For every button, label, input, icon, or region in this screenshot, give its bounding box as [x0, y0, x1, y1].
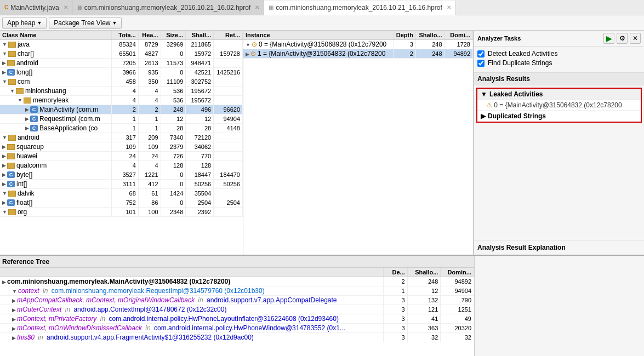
expand-arrow[interactable]: ▶ [246, 51, 249, 57]
class-table-row[interactable]: ▶qualcomm 4 4 128 128 [0, 161, 243, 170]
ref-table-row[interactable]: ▶this$0 in android.support.v4.app.Fragme… [0, 333, 474, 342]
expand-arrow[interactable]: ▼ [2, 135, 7, 140]
ret-cell: 2504 [214, 198, 243, 208]
expand-arrow[interactable]: ▼ [246, 42, 250, 48]
class-table-row[interactable]: ▶CBaseApplication (co 1 1 28 28 4148 [0, 124, 243, 133]
size-cell: 32969 [161, 40, 186, 49]
expand-arrow[interactable]: ▶ [2, 163, 6, 168]
expand-arrow[interactable]: ▶ [2, 181, 6, 187]
heap-cell: 4827 [138, 49, 161, 59]
total-cell: 7205 [112, 59, 139, 68]
class-table-row[interactable]: ▶huawei 24 24 726 770 [0, 152, 243, 161]
instance-table-row[interactable]: ▶⊙1 = {MainActivity@315064832 (0x12c7820… [243, 49, 473, 59]
class-table-row[interactable]: ▶android 7205 2613 11573 948471 [0, 59, 243, 68]
tab-main-activity-close[interactable]: ✕ [64, 4, 68, 10]
tab-hprof2-close[interactable]: ✕ [447, 4, 451, 10]
dup-expand-arrow[interactable]: ▶ [481, 112, 486, 120]
class-table-row[interactable]: ▼android 317 209 7340 72120 [0, 133, 243, 142]
expand-arrow[interactable]: ▶ [25, 125, 29, 131]
ref-class-link[interactable]: com.minionshuang.memoryleak.RequestImpl@… [52, 287, 265, 295]
ref-table-row[interactable]: ▶mContext, mOnWindowDismissedCallback in… [0, 324, 474, 333]
tab-hprof1[interactable]: ▦ com.minionshuang.memoryleak_2016.10.21… [73, 0, 265, 15]
class-name-cell: ▶huawei [0, 152, 112, 161]
ret-cell: 94904 [214, 114, 243, 124]
ref-expand-arrow[interactable]: ▶ [12, 298, 16, 303]
class-table-row[interactable]: ▶Cbyte[] 3527 1221 0 18447 184470 [0, 170, 243, 180]
instance-label-cell: ▶⊙1 = {MainActivity@315064832 (0x12c7820… [243, 49, 393, 59]
expand-arrow[interactable]: ▶ [25, 107, 29, 112]
class-table-row[interactable]: ▼memoryleak 4 4 536 195672 [0, 96, 243, 105]
expand-arrow[interactable]: ▼ [2, 209, 7, 215]
ref-expand-arrow[interactable]: ▶ [12, 335, 16, 341]
class-table-row[interactable]: ▼java 85324 8729 32969 211865 [0, 40, 243, 49]
expand-arrow[interactable]: ▶ [2, 153, 6, 159]
run-button[interactable]: ▶ [603, 33, 614, 44]
expand-arrow[interactable]: ▼ [2, 191, 7, 196]
class-table-row[interactable]: ▶CMainActivity (com.m 2 2 248 496 96620 [0, 105, 243, 114]
leaked-expand-arrow[interactable]: ▼ [481, 90, 487, 98]
ref-expand-arrow[interactable]: ▼ [12, 289, 17, 294]
right-panel: Analyzer Tasks ▶ ⚙ ✕ Detect Leaked Activ… [474, 31, 644, 255]
expand-arrow[interactable]: ▼ [2, 79, 7, 84]
class-table-row[interactable]: ▼minionshuang 4 4 536 195672 [0, 87, 243, 96]
class-name-cell: ▼com [0, 77, 112, 87]
col-domi: Domi... [444, 31, 472, 40]
expand-arrow[interactable]: ▶ [25, 116, 29, 122]
tab-hprof1-close[interactable]: ✕ [255, 4, 259, 10]
settings-button[interactable]: ⚙ [617, 33, 628, 44]
expand-arrow[interactable]: ▼ [18, 97, 22, 103]
tab-main-activity[interactable]: C MainActivity.java ✕ [0, 0, 73, 15]
tab-bar: C MainActivity.java ✕ ▦ com.minionshuang… [0, 0, 644, 15]
class-table-row[interactable]: ▶squareup 109 109 2379 34062 [0, 142, 243, 152]
class-table-row[interactable]: ▶CRequestImpl (com.m 1 1 12 12 94904 [0, 114, 243, 124]
class-table-row[interactable]: ▶Cfloat[] 752 86 0 2504 2504 [0, 198, 243, 208]
expand-arrow[interactable]: ▶ [2, 172, 6, 177]
class-table-row[interactable]: ▶Clong[] 3966 935 0 42521 1425216 [0, 68, 243, 77]
pkg-icon [16, 88, 24, 94]
instance-icon: ⊙ [250, 50, 256, 58]
size-cell: 28 [161, 124, 186, 133]
expand-arrow[interactable]: ▼ [2, 51, 7, 56]
ref-table-row[interactable]: ▶com.minionshuang.memoryleak.MainActivit… [0, 277, 474, 286]
expand-arrow[interactable]: ▼ [10, 88, 15, 94]
leaked-activity-item-0[interactable]: ⚠ 0 = {MainActivity@315064832 (0x12c7820… [477, 100, 641, 111]
ref-expand-arrow[interactable]: ▶ [12, 317, 16, 322]
find-duplicate-checkbox[interactable] [477, 60, 485, 67]
heap-cell: 2 [138, 105, 161, 114]
ref-shallow-cell: 41 [407, 314, 441, 324]
class-name-cell: ▼java [0, 40, 112, 49]
ref-table-row[interactable]: ▶mContext, mPrivateFactory in com.androi… [0, 314, 474, 324]
detect-leaked-checkbox[interactable] [477, 50, 485, 58]
class-table-row[interactable]: ▼com 458 350 11109 302752 [0, 77, 243, 87]
tab-hprof2[interactable]: ▦ com.minionshuang.memoryleak_2016.10.21… [264, 1, 456, 15]
class-table-row[interactable]: ▼dalvik 68 61 1424 35504 [0, 189, 243, 198]
size-cell: 0 [161, 180, 186, 189]
instance-table-row[interactable]: ▼⊙0 = {MainActivity@315068928 (0x12c7920… [243, 40, 473, 49]
pkg-icon [8, 79, 16, 85]
leaked-item-0-label: 0 = {MainActivity@315064832 (0x12c78200 [494, 101, 622, 109]
class-table-row[interactable]: ▼char[] 65501 4827 0 15972 159728 [0, 49, 243, 59]
class-icon: C [7, 199, 15, 206]
heap-cell: 86 [138, 198, 161, 208]
bottom-area: Reference Tree De... Shallo... Domin... … [0, 255, 644, 356]
expand-arrow[interactable]: ▶ [2, 144, 6, 150]
heap-cell: 209 [138, 133, 161, 142]
package-tree-view-button[interactable]: Package Tree View ▼ [49, 17, 122, 29]
ref-expand-arrow[interactable]: ▶ [12, 326, 16, 331]
ref-table-row[interactable]: ▼context in com.minionshuang.memoryleak.… [0, 286, 474, 296]
class-table-row[interactable]: ▶Cint[] 3111 412 0 50256 50256 [0, 180, 243, 189]
class-icon: C [7, 69, 15, 76]
heap-button[interactable]: App heap ▼ [2, 17, 47, 29]
tab-hprof1-label: com.minionshuang.memoryleak_2016.10.21_1… [84, 4, 251, 12]
ref-expand-arrow[interactable]: ▶ [2, 279, 6, 285]
class-name-text: org [18, 208, 27, 216]
class-table-row[interactable]: ▼org 101 100 2348 2392 [0, 208, 243, 217]
expand-arrow[interactable]: ▶ [2, 60, 6, 66]
ref-table-row[interactable]: ▶mOuterContext in android.app.ContextImp… [0, 305, 474, 314]
close-analyzer-button[interactable]: ✕ [630, 33, 641, 44]
expand-arrow[interactable]: ▼ [2, 42, 7, 47]
expand-arrow[interactable]: ▶ [2, 70, 6, 75]
ref-table-row[interactable]: ▶mAppCompatCallback, mContext, mOriginal… [0, 296, 474, 305]
expand-arrow[interactable]: ▶ [2, 200, 6, 205]
ref-expand-arrow[interactable]: ▶ [12, 307, 16, 313]
